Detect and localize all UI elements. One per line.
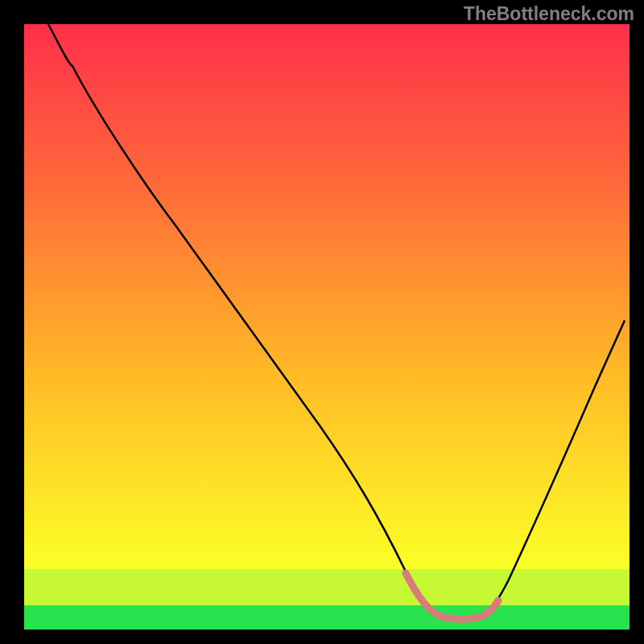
band-green [24,605,630,630]
chart-container: TheBottleneck.com [0,0,644,644]
site-watermark: TheBottleneck.com [464,3,634,25]
band-gradient [24,24,630,569]
band-yellow-green [24,569,630,605]
bottleneck-chart [0,0,644,644]
plot-area [24,24,630,630]
